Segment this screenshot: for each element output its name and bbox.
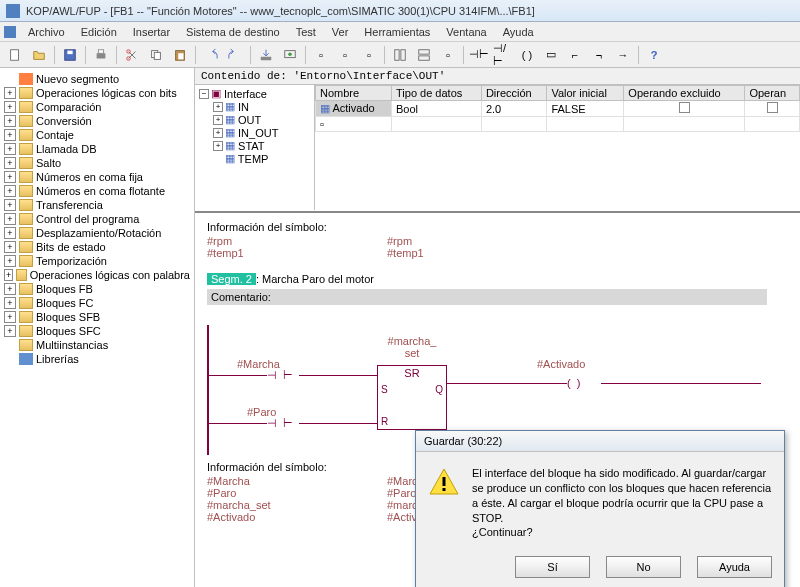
menu-test[interactable]: Test bbox=[288, 24, 324, 40]
operand-checkbox[interactable] bbox=[767, 102, 778, 113]
sidebar-item[interactable]: +Contaje bbox=[2, 128, 192, 142]
sidebar-item[interactable]: +Bloques FC bbox=[2, 296, 192, 310]
expand-icon[interactable]: + bbox=[4, 213, 16, 225]
expand-icon[interactable]: + bbox=[213, 102, 223, 112]
sidebar-item[interactable]: Librerías bbox=[2, 352, 192, 366]
sidebar-item[interactable]: +Llamada DB bbox=[2, 142, 192, 156]
iface-node[interactable]: +▦ OUT bbox=[211, 113, 312, 126]
column-header[interactable]: Operando excluido bbox=[624, 86, 745, 101]
expand-icon[interactable]: + bbox=[4, 241, 16, 253]
expand-icon[interactable]: + bbox=[4, 255, 16, 267]
sidebar-item[interactable]: +Control del programa bbox=[2, 212, 192, 226]
sidebar-item[interactable]: +Transferencia bbox=[2, 198, 192, 212]
expand-icon[interactable]: + bbox=[4, 297, 16, 309]
column-header[interactable]: Nombre bbox=[316, 86, 392, 101]
tool-a-button[interactable]: ▫ bbox=[310, 44, 332, 66]
help-button[interactable]: Ayuda bbox=[697, 556, 772, 578]
comment-box[interactable]: Comentario: bbox=[207, 289, 767, 305]
collapse-icon[interactable]: − bbox=[199, 89, 209, 99]
redo-button[interactable] bbox=[224, 44, 246, 66]
table-row[interactable]: ▦ Activado Bool 2.0 FALSE bbox=[316, 101, 800, 117]
branch-open-button[interactable]: ⌐ bbox=[564, 44, 586, 66]
menu-herramientas[interactable]: Herramientas bbox=[356, 24, 438, 40]
expand-icon[interactable]: + bbox=[213, 141, 223, 151]
sr-block[interactable]: SR S Q R bbox=[377, 365, 447, 430]
menu-archivo[interactable]: Archivo bbox=[20, 24, 73, 40]
sidebar-item[interactable]: +Temporización bbox=[2, 254, 192, 268]
help-button[interactable]: ? bbox=[643, 44, 665, 66]
layout-c-button[interactable]: ▫ bbox=[437, 44, 459, 66]
expand-icon[interactable]: + bbox=[4, 185, 16, 197]
expand-icon[interactable]: + bbox=[4, 115, 16, 127]
column-header[interactable]: Valor inicial bbox=[547, 86, 624, 101]
box-button[interactable]: ▭ bbox=[540, 44, 562, 66]
sidebar-item[interactable]: +Salto bbox=[2, 156, 192, 170]
expand-icon[interactable]: + bbox=[4, 325, 16, 337]
menu-ver[interactable]: Ver bbox=[324, 24, 357, 40]
sidebar-item[interactable]: +Desplazamiento/Rotación bbox=[2, 226, 192, 240]
branch-close-button[interactable]: ¬ bbox=[588, 44, 610, 66]
expand-icon[interactable]: + bbox=[4, 283, 16, 295]
column-header[interactable]: Operan bbox=[745, 86, 800, 101]
no-button[interactable]: No bbox=[606, 556, 681, 578]
column-header[interactable]: Dirección bbox=[481, 86, 547, 101]
tool-c-button[interactable]: ▫ bbox=[358, 44, 380, 66]
interface-tree[interactable]: −▣ Interface +▦ IN+▦ OUT+▦ IN_OUT+▦ STAT… bbox=[195, 85, 315, 210]
sidebar-item[interactable]: +Bits de estado bbox=[2, 240, 192, 254]
expand-icon[interactable]: + bbox=[4, 227, 16, 239]
menu-sistema de destino[interactable]: Sistema de destino bbox=[178, 24, 288, 40]
table-row-empty[interactable]: ▫ bbox=[316, 117, 800, 132]
new-button[interactable] bbox=[4, 44, 26, 66]
menu-ventana[interactable]: Ventana bbox=[438, 24, 494, 40]
open-button[interactable] bbox=[28, 44, 50, 66]
iface-node[interactable]: +▦ IN bbox=[211, 100, 312, 113]
expand-icon[interactable]: + bbox=[4, 101, 16, 113]
interface-root[interactable]: Interface bbox=[224, 88, 267, 100]
expand-icon[interactable]: + bbox=[4, 269, 13, 281]
expand-icon[interactable]: + bbox=[4, 87, 16, 99]
cut-button[interactable] bbox=[121, 44, 143, 66]
sidebar-item[interactable]: +Bloques SFC bbox=[2, 324, 192, 338]
expand-icon[interactable]: + bbox=[213, 115, 223, 125]
contact-no-button[interactable]: ⊣⊢ bbox=[468, 44, 490, 66]
paste-button[interactable] bbox=[169, 44, 191, 66]
expand-icon[interactable]: + bbox=[4, 143, 16, 155]
layout-b-button[interactable] bbox=[413, 44, 435, 66]
sidebar-item[interactable]: +Comparación bbox=[2, 100, 192, 114]
column-header[interactable]: Tipo de datos bbox=[392, 86, 482, 101]
iface-node[interactable]: +▦ IN_OUT bbox=[211, 126, 312, 139]
coil-button[interactable]: ( ) bbox=[516, 44, 538, 66]
excluded-checkbox[interactable] bbox=[679, 102, 690, 113]
monitor-button[interactable] bbox=[279, 44, 301, 66]
sidebar-item[interactable]: Nuevo segmento bbox=[2, 72, 192, 86]
menu-edición[interactable]: Edición bbox=[73, 24, 125, 40]
segment-badge[interactable]: Segm. 2 bbox=[207, 273, 256, 285]
iface-node[interactable]: ▦ TEMP bbox=[211, 152, 312, 165]
expand-icon[interactable]: + bbox=[4, 171, 16, 183]
connect-button[interactable]: → bbox=[612, 44, 634, 66]
contact-nc-button[interactable]: ⊣/⊢ bbox=[492, 44, 514, 66]
sidebar-item[interactable]: +Bloques FB bbox=[2, 282, 192, 296]
expand-icon[interactable]: + bbox=[4, 129, 16, 141]
sidebar-item[interactable]: +Números en coma flotante bbox=[2, 184, 192, 198]
expand-icon[interactable]: + bbox=[4, 311, 16, 323]
sidebar-item[interactable]: Multiinstancias bbox=[2, 338, 192, 352]
menu-insertar[interactable]: Insertar bbox=[125, 24, 178, 40]
sidebar-item[interactable]: +Operaciones lógicas con bits bbox=[2, 86, 192, 100]
sidebar-item[interactable]: +Operaciones lógicas con palabra bbox=[2, 268, 192, 282]
expand-icon[interactable]: + bbox=[213, 128, 223, 138]
undo-button[interactable] bbox=[200, 44, 222, 66]
layout-a-button[interactable] bbox=[389, 44, 411, 66]
expand-icon[interactable]: + bbox=[4, 157, 16, 169]
yes-button[interactable]: Sí bbox=[515, 556, 590, 578]
print-button[interactable] bbox=[90, 44, 112, 66]
sidebar-item[interactable]: +Números en coma fija bbox=[2, 170, 192, 184]
tool-b-button[interactable]: ▫ bbox=[334, 44, 356, 66]
menu-ayuda[interactable]: Ayuda bbox=[495, 24, 542, 40]
copy-button[interactable] bbox=[145, 44, 167, 66]
expand-icon[interactable]: + bbox=[4, 199, 16, 211]
sidebar[interactable]: Nuevo segmento+Operaciones lógicas con b… bbox=[0, 68, 195, 587]
sidebar-item[interactable]: +Bloques SFB bbox=[2, 310, 192, 324]
sidebar-item[interactable]: +Conversión bbox=[2, 114, 192, 128]
save-button[interactable] bbox=[59, 44, 81, 66]
